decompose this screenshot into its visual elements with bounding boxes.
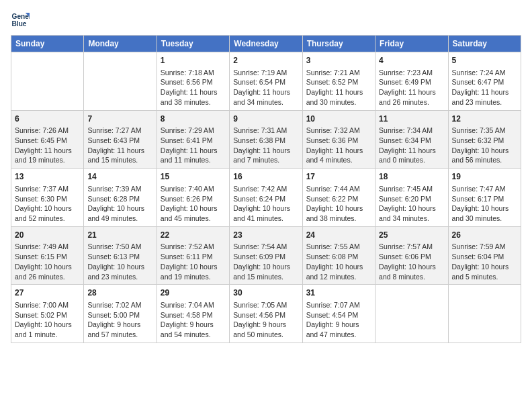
day-info: Sunrise: 7:26 AM Sunset: 6:45 PM Dayligh… xyxy=(15,126,80,165)
calendar-cell: 7Sunrise: 7:27 AM Sunset: 6:43 PM Daylig… xyxy=(84,110,157,169)
calendar-cell: 3Sunrise: 7:21 AM Sunset: 6:52 PM Daylig… xyxy=(302,52,375,111)
day-info: Sunrise: 7:59 AM Sunset: 6:04 PM Dayligh… xyxy=(452,242,517,281)
calendar-cell: 27Sunrise: 7:00 AM Sunset: 5:02 PM Dayli… xyxy=(11,285,84,343)
calendar-cell: 5Sunrise: 7:24 AM Sunset: 6:47 PM Daylig… xyxy=(448,52,521,111)
day-info: Sunrise: 7:50 AM Sunset: 6:13 PM Dayligh… xyxy=(87,242,152,281)
calendar-cell: 14Sunrise: 7:39 AM Sunset: 6:28 PM Dayli… xyxy=(84,169,157,227)
calendar-cell: 23Sunrise: 7:54 AM Sunset: 6:09 PM Dayli… xyxy=(230,226,302,285)
day-number: 23 xyxy=(233,230,298,241)
day-number: 1 xyxy=(161,55,226,66)
calendar-cell xyxy=(375,285,448,343)
day-number: 16 xyxy=(233,171,298,183)
day-info: Sunrise: 7:02 AM Sunset: 5:00 PM Dayligh… xyxy=(87,300,152,340)
day-number: 9 xyxy=(233,113,298,125)
day-number: 19 xyxy=(452,171,517,183)
day-number: 4 xyxy=(379,55,444,66)
calendar-cell: 6Sunrise: 7:26 AM Sunset: 6:45 PM Daylig… xyxy=(11,110,84,169)
calendar-cell: 24Sunrise: 7:55 AM Sunset: 6:08 PM Dayli… xyxy=(302,226,375,285)
day-info: Sunrise: 7:24 AM Sunset: 6:47 PM Dayligh… xyxy=(452,68,517,107)
week-row-4: 20Sunrise: 7:49 AM Sunset: 6:15 PM Dayli… xyxy=(11,226,521,285)
header-saturday: Saturday xyxy=(448,36,521,52)
day-info: Sunrise: 7:19 AM Sunset: 6:54 PM Dayligh… xyxy=(233,68,298,107)
day-info: Sunrise: 7:55 AM Sunset: 6:08 PM Dayligh… xyxy=(306,242,371,281)
header-monday: Monday xyxy=(84,36,157,52)
day-info: Sunrise: 7:21 AM Sunset: 6:52 PM Dayligh… xyxy=(306,68,371,107)
calendar-cell: 19Sunrise: 7:47 AM Sunset: 6:17 PM Dayli… xyxy=(448,169,521,227)
calendar-cell: 25Sunrise: 7:57 AM Sunset: 6:06 PM Dayli… xyxy=(375,226,448,285)
calendar-cell: 1Sunrise: 7:18 AM Sunset: 6:56 PM Daylig… xyxy=(157,52,229,111)
day-info: Sunrise: 7:49 AM Sunset: 6:15 PM Dayligh… xyxy=(15,242,80,281)
calendar-cell: 10Sunrise: 7:32 AM Sunset: 6:36 PM Dayli… xyxy=(302,110,375,169)
day-info: Sunrise: 7:32 AM Sunset: 6:36 PM Dayligh… xyxy=(306,126,371,165)
day-info: Sunrise: 7:27 AM Sunset: 6:43 PM Dayligh… xyxy=(87,126,152,165)
calendar-table: SundayMondayTuesdayWednesdayThursdayFrid… xyxy=(11,35,521,343)
calendar-cell xyxy=(448,285,521,343)
day-number: 20 xyxy=(15,230,80,241)
calendar-cell: 26Sunrise: 7:59 AM Sunset: 6:04 PM Dayli… xyxy=(448,226,521,285)
day-info: Sunrise: 7:04 AM Sunset: 4:58 PM Dayligh… xyxy=(161,300,226,340)
day-info: Sunrise: 7:31 AM Sunset: 6:38 PM Dayligh… xyxy=(233,126,298,165)
day-number: 14 xyxy=(87,171,152,183)
day-number: 10 xyxy=(306,113,371,125)
calendar-cell: 8Sunrise: 7:29 AM Sunset: 6:41 PM Daylig… xyxy=(157,110,229,169)
day-number: 21 xyxy=(87,230,152,241)
day-info: Sunrise: 7:37 AM Sunset: 6:30 PM Dayligh… xyxy=(15,184,80,224)
day-info: Sunrise: 7:39 AM Sunset: 6:28 PM Dayligh… xyxy=(87,184,152,224)
calendar-header-row: SundayMondayTuesdayWednesdayThursdayFrid… xyxy=(11,36,521,52)
day-number: 17 xyxy=(306,171,371,183)
day-number: 25 xyxy=(379,230,444,241)
calendar-cell: 12Sunrise: 7:35 AM Sunset: 6:32 PM Dayli… xyxy=(448,110,521,169)
calendar-cell: 15Sunrise: 7:40 AM Sunset: 6:26 PM Dayli… xyxy=(157,169,229,227)
calendar-cell: 13Sunrise: 7:37 AM Sunset: 6:30 PM Dayli… xyxy=(11,169,84,227)
calendar-cell: 4Sunrise: 7:23 AM Sunset: 6:49 PM Daylig… xyxy=(375,52,448,111)
calendar-cell: 11Sunrise: 7:34 AM Sunset: 6:34 PM Dayli… xyxy=(375,110,448,169)
day-info: Sunrise: 7:57 AM Sunset: 6:06 PM Dayligh… xyxy=(379,242,444,281)
day-number: 5 xyxy=(452,55,517,66)
day-info: Sunrise: 7:42 AM Sunset: 6:24 PM Dayligh… xyxy=(233,184,298,224)
calendar-cell: 20Sunrise: 7:49 AM Sunset: 6:15 PM Dayli… xyxy=(11,226,84,285)
week-row-2: 6Sunrise: 7:26 AM Sunset: 6:45 PM Daylig… xyxy=(11,110,521,169)
day-number: 28 xyxy=(87,287,152,299)
header-sunday: Sunday xyxy=(11,36,84,52)
calendar-cell: 30Sunrise: 7:05 AM Sunset: 4:56 PM Dayli… xyxy=(230,285,302,343)
day-number: 27 xyxy=(15,287,80,299)
svg-text:Blue: Blue xyxy=(12,20,27,28)
day-number: 22 xyxy=(161,230,226,241)
day-number: 30 xyxy=(233,287,298,299)
calendar-cell: 31Sunrise: 7:07 AM Sunset: 4:54 PM Dayli… xyxy=(302,285,375,343)
day-number: 8 xyxy=(161,113,226,125)
calendar-cell: 16Sunrise: 7:42 AM Sunset: 6:24 PM Dayli… xyxy=(230,169,302,227)
day-number: 24 xyxy=(306,230,371,241)
week-row-3: 13Sunrise: 7:37 AM Sunset: 6:30 PM Dayli… xyxy=(11,169,521,227)
logo: General Blue xyxy=(11,11,32,30)
day-info: Sunrise: 7:34 AM Sunset: 6:34 PM Dayligh… xyxy=(379,126,444,165)
day-info: Sunrise: 7:47 AM Sunset: 6:17 PM Dayligh… xyxy=(452,184,517,224)
calendar-cell: 17Sunrise: 7:44 AM Sunset: 6:22 PM Dayli… xyxy=(302,169,375,227)
day-info: Sunrise: 7:29 AM Sunset: 6:41 PM Dayligh… xyxy=(161,126,226,165)
day-number: 11 xyxy=(379,113,444,125)
day-info: Sunrise: 7:18 AM Sunset: 6:56 PM Dayligh… xyxy=(161,68,226,107)
day-number: 13 xyxy=(15,171,80,183)
day-number: 31 xyxy=(306,287,371,299)
day-info: Sunrise: 7:52 AM Sunset: 6:11 PM Dayligh… xyxy=(161,242,226,281)
week-row-1: 1Sunrise: 7:18 AM Sunset: 6:56 PM Daylig… xyxy=(11,52,521,111)
calendar-cell: 28Sunrise: 7:02 AM Sunset: 5:00 PM Dayli… xyxy=(84,285,157,343)
day-number: 7 xyxy=(87,113,152,125)
day-info: Sunrise: 7:54 AM Sunset: 6:09 PM Dayligh… xyxy=(233,242,298,281)
calendar-cell: 29Sunrise: 7:04 AM Sunset: 4:58 PM Dayli… xyxy=(157,285,229,343)
day-number: 12 xyxy=(452,113,517,125)
header-thursday: Thursday xyxy=(302,36,375,52)
day-info: Sunrise: 7:45 AM Sunset: 6:20 PM Dayligh… xyxy=(379,184,444,224)
header-tuesday: Tuesday xyxy=(157,36,229,52)
calendar-cell: 2Sunrise: 7:19 AM Sunset: 6:54 PM Daylig… xyxy=(230,52,302,111)
calendar-cell: 21Sunrise: 7:50 AM Sunset: 6:13 PM Dayli… xyxy=(84,226,157,285)
day-info: Sunrise: 7:00 AM Sunset: 5:02 PM Dayligh… xyxy=(15,300,80,340)
calendar-cell xyxy=(11,52,84,111)
logo-icon: General Blue xyxy=(11,11,30,30)
header-wednesday: Wednesday xyxy=(230,36,302,52)
day-info: Sunrise: 7:44 AM Sunset: 6:22 PM Dayligh… xyxy=(306,184,371,224)
day-number: 3 xyxy=(306,55,371,66)
calendar-cell xyxy=(84,52,157,111)
calendar-cell: 22Sunrise: 7:52 AM Sunset: 6:11 PM Dayli… xyxy=(157,226,229,285)
day-info: Sunrise: 7:05 AM Sunset: 4:56 PM Dayligh… xyxy=(233,300,298,340)
